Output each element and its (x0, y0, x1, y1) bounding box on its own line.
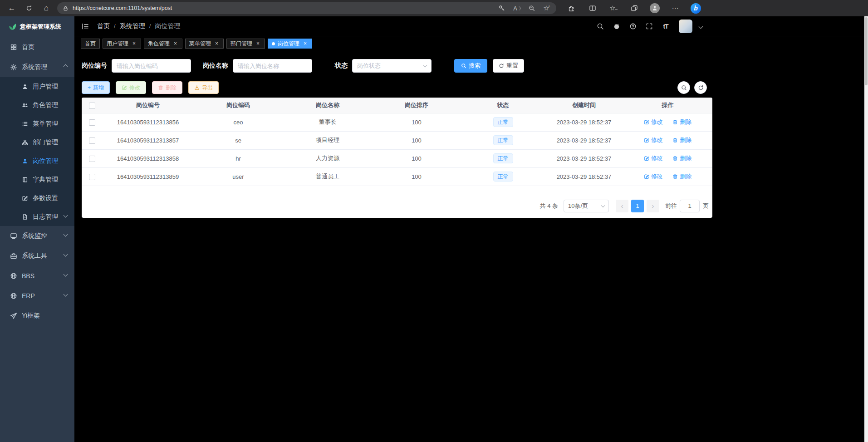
browser-menu-button[interactable]: ⋯ (670, 3, 681, 14)
sidebar-item-log-management[interactable]: 日志管理 (0, 207, 74, 226)
breadcrumb-home[interactable]: 首页 (97, 22, 110, 30)
refresh-table-button[interactable] (694, 81, 707, 94)
document-icon (22, 214, 28, 220)
delete-button[interactable]: 删除 (152, 81, 182, 94)
close-icon[interactable]: × (172, 41, 178, 47)
add-button[interactable]: + 新增 (82, 81, 110, 94)
sidebar-item-menu-management[interactable]: 菜单管理 (0, 114, 74, 133)
reset-button-label: 重置 (506, 62, 518, 70)
copilot-button[interactable]: b (691, 3, 701, 14)
refresh-icon (26, 5, 32, 11)
sidebar-item-erp[interactable]: ERP (0, 286, 74, 306)
goto-page-input[interactable] (680, 200, 700, 212)
github-button[interactable] (611, 21, 622, 32)
show-search-button[interactable] (677, 81, 690, 94)
read-aloud-button[interactable]: A (512, 3, 522, 13)
sidebar-item-department-management[interactable]: 部门管理 (0, 133, 74, 152)
header-search-button[interactable] (595, 21, 606, 32)
page-size-select[interactable]: 10条/页 (564, 200, 609, 212)
breadcrumb-system-management[interactable]: 系统管理 (120, 22, 145, 30)
cell-post-sort: 100 (372, 149, 461, 167)
tab-post-management[interactable]: 岗位管理 × (268, 39, 312, 49)
select-all-checkbox[interactable] (89, 103, 95, 109)
edit-button[interactable]: 修改 (116, 81, 146, 94)
active-dot (272, 42, 275, 45)
status-select[interactable]: 岗位状态 (352, 59, 432, 73)
row-checkbox[interactable] (89, 138, 95, 144)
sidebar-item-system-monitoring[interactable]: 系统监控 (0, 226, 74, 246)
sidebar-item-post-management[interactable]: 岗位管理 (0, 152, 74, 170)
row-delete-label: 删除 (680, 118, 691, 126)
close-icon[interactable]: × (131, 41, 137, 47)
home-button[interactable]: ⌂ (40, 2, 53, 15)
row-edit-button[interactable]: 修改 (644, 118, 663, 126)
extensions-button[interactable] (566, 3, 577, 14)
row-delete-button[interactable]: 删除 (672, 118, 691, 126)
cell-post-code: se (193, 131, 283, 149)
lock-icon[interactable] (63, 5, 69, 11)
screen: ← ⌂ https://ccnetcore.com:1101/system/po… (0, 0, 868, 442)
font-size-icon: tT (663, 23, 668, 30)
row-delete-button[interactable]: 删除 (672, 154, 691, 162)
fullscreen-button[interactable] (644, 21, 655, 32)
row-checkbox[interactable] (89, 156, 95, 162)
status-label: 状态 (335, 62, 348, 70)
reset-button[interactable]: 重置 (493, 59, 524, 73)
column-post-id: 岗位编号 (103, 98, 193, 113)
sidebar-item-system-tools[interactable]: 系统工具 (0, 246, 74, 266)
sidebar-toggle-button[interactable] (81, 22, 89, 30)
sidebar-item-user-management[interactable]: 用户管理 (0, 77, 74, 96)
address-bar[interactable]: https://ccnetcore.com:1101/system/post A… (57, 2, 556, 14)
row-delete-button[interactable]: 删除 (672, 172, 691, 181)
delete-button-label: 删除 (166, 84, 177, 92)
post-code-input[interactable] (112, 59, 191, 73)
refresh-button[interactable] (23, 2, 35, 15)
profile-button[interactable] (650, 3, 660, 13)
post-name-input[interactable] (233, 59, 312, 73)
page-1-button[interactable]: 1 (631, 200, 644, 212)
gear-icon (10, 64, 17, 71)
row-checkbox[interactable] (89, 174, 95, 180)
row-edit-button[interactable]: 修改 (644, 172, 663, 181)
next-page-button[interactable]: › (647, 200, 659, 212)
sidebar-item-bbs[interactable]: BBS (0, 266, 74, 286)
help-button[interactable] (628, 21, 638, 32)
tab-menu-management[interactable]: 菜单管理 × (185, 39, 224, 49)
tab-user-management[interactable]: 用户管理 × (103, 39, 141, 49)
menu-label: 字典管理 (33, 176, 58, 184)
close-icon[interactable]: × (214, 41, 220, 47)
zoom-button[interactable] (527, 3, 537, 13)
row-edit-button[interactable]: 修改 (644, 154, 663, 162)
sidebar-item-yi-framework[interactable]: Yi框架 (0, 306, 74, 326)
search-button[interactable]: 搜索 (454, 59, 487, 73)
row-delete-button[interactable]: 删除 (672, 136, 691, 144)
split-screen-button[interactable] (587, 3, 598, 14)
sidebar-item-parameter-settings[interactable]: 参数设置 (0, 189, 74, 207)
font-size-button[interactable]: tT (660, 21, 671, 32)
user-avatar[interactable] (679, 20, 692, 33)
table-row: 1641030593112313859 user 普通员工 100 正常 202… (82, 167, 712, 186)
tab-department-management[interactable]: 部门管理 × (226, 39, 265, 49)
sidebar-item-system-management[interactable]: 系统管理 (0, 57, 74, 77)
sidebar-item-home[interactable]: 首页 (0, 37, 74, 57)
sidebar-item-role-management[interactable]: 角色管理 (0, 96, 74, 114)
row-edit-button[interactable]: 修改 (644, 136, 663, 144)
close-icon[interactable]: × (302, 41, 308, 47)
export-button[interactable]: 导出 (188, 81, 219, 94)
prev-icon: ‹ (621, 202, 623, 210)
back-button[interactable]: ← (5, 2, 18, 15)
tab-role-management[interactable]: 角色管理 × (144, 39, 182, 49)
favorites-button[interactable]: ☆ (608, 3, 619, 14)
prev-page-button[interactable]: ‹ (616, 200, 628, 212)
close-icon[interactable]: × (255, 41, 261, 47)
tab-home[interactable]: 首页 (81, 39, 100, 49)
brand-logo[interactable]: 意框架管理系统 (0, 16, 74, 37)
row-checkbox[interactable] (89, 119, 95, 126)
password-key-button[interactable] (497, 3, 507, 13)
cell-post-id: 1641030593112313858 (103, 149, 193, 167)
header-tools: tT (595, 16, 702, 36)
add-favorite-button[interactable]: ☆+ (542, 3, 552, 13)
sidebar-item-dictionary-management[interactable]: 字典管理 (0, 170, 74, 189)
collections-button[interactable] (629, 3, 640, 14)
scrollbar-thumb[interactable] (865, 17, 868, 85)
